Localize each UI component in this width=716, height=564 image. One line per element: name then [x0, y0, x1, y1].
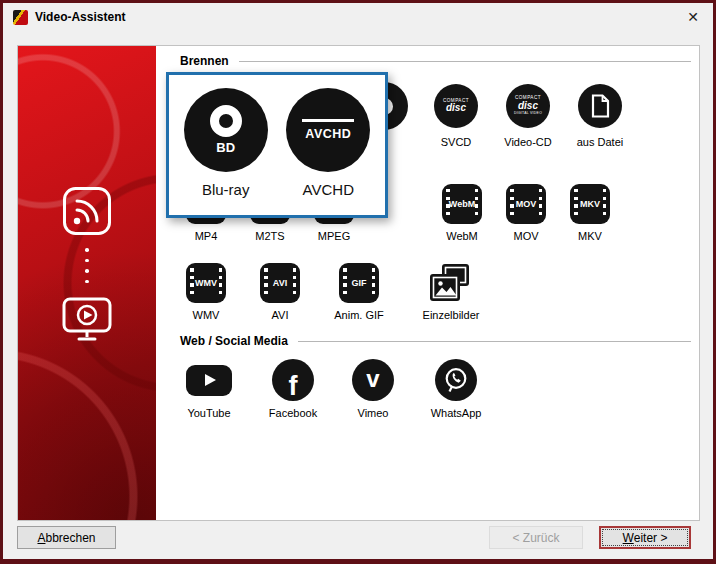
- dialog-footer: Abbrechen < Zurück Weiter >: [3, 521, 713, 559]
- avchd-disc-icon: AVCHD: [286, 88, 370, 172]
- social-label: Facebook: [269, 407, 317, 419]
- format-label: MKV: [578, 230, 602, 242]
- format-option-webm[interactable]: WebM WebM: [430, 184, 494, 242]
- dot: [85, 248, 89, 252]
- avchd-option[interactable]: AVCHD AVCHD: [282, 88, 374, 215]
- film-strip-icon: GIF: [339, 263, 379, 303]
- app-logo-icon: [13, 10, 28, 25]
- format-row-2: WMV WMV AVI AVI GIF Anim. GIF: [156, 263, 699, 321]
- avchd-label: AVCHD: [303, 181, 354, 198]
- next-button[interactable]: Weiter >: [599, 526, 691, 549]
- bluray-label: Blu-ray: [202, 181, 250, 198]
- dot: [85, 269, 89, 273]
- format-label: Einzelbilder: [423, 309, 480, 321]
- format-option-mkv[interactable]: MKV MKV: [558, 184, 622, 242]
- section-rule: [239, 61, 691, 62]
- video-assistant-dialog: Video-Assistent ✕: [0, 0, 716, 564]
- bluray-option[interactable]: BD Blu-ray: [180, 88, 272, 215]
- wizard-steps: [18, 186, 156, 345]
- format-option-einzelbilder[interactable]: Einzelbilder: [406, 263, 496, 321]
- dotted-connector: [85, 248, 89, 283]
- film-strip-icon: WebM: [442, 184, 482, 224]
- format-option-mov[interactable]: MOV MOV: [494, 184, 558, 242]
- film-strip-icon: MKV: [570, 184, 610, 224]
- monitor-play-icon: [61, 295, 113, 345]
- dialog-body: Brennen COMPACT disc: [17, 45, 700, 521]
- format-label: WMV: [193, 309, 220, 321]
- format-option-wmv[interactable]: WMV WMV: [174, 263, 238, 321]
- format-label: MP4: [195, 230, 218, 242]
- section-rule: [298, 341, 691, 342]
- burn-option-label: aus Datei: [577, 136, 623, 148]
- wizard-sidebar: [18, 46, 156, 520]
- social-option-vimeo[interactable]: v Vimeo: [342, 359, 404, 419]
- film-strip-icon: AVI: [260, 263, 300, 303]
- close-icon[interactable]: ✕: [683, 10, 703, 24]
- social-label: Vimeo: [358, 407, 389, 419]
- social-option-facebook[interactable]: f Facebook: [258, 359, 328, 419]
- titlebar: Video-Assistent ✕: [3, 3, 713, 31]
- file-icon: [578, 84, 622, 128]
- section-header-web: Web / Social Media: [180, 334, 691, 348]
- format-label: M2TS: [255, 230, 284, 242]
- burn-option-label: SVCD: [441, 136, 472, 148]
- compact-disc-icon: COMPACT disc DIGITAL VIDEO: [506, 84, 550, 128]
- dot: [85, 280, 89, 284]
- fan-arcs-icon: [62, 186, 112, 236]
- bd-badge: BD: [216, 140, 235, 155]
- youtube-icon: [186, 365, 232, 396]
- format-option-anim-gif[interactable]: GIF Anim. GIF: [322, 263, 396, 321]
- burn-option-label: Video-CD: [504, 136, 552, 148]
- burn-option-video-cd[interactable]: COMPACT disc DIGITAL VIDEO Video-CD: [492, 82, 564, 148]
- social-row: YouTube f Facebook v Vimeo: [156, 359, 699, 419]
- compact-disc-icon: COMPACT disc: [434, 84, 478, 128]
- format-label: MPEG: [318, 230, 350, 242]
- social-label: YouTube: [187, 407, 230, 419]
- section-header-burn: Brennen: [180, 54, 691, 68]
- back-button[interactable]: < Zurück: [489, 526, 583, 549]
- format-label: Anim. GIF: [334, 309, 384, 321]
- window-title: Video-Assistent: [35, 10, 125, 24]
- social-option-whatsapp[interactable]: WhatsApp: [418, 359, 494, 419]
- burn-option-svcd[interactable]: COMPACT disc SVCD: [420, 82, 492, 148]
- zoom-popup: BD Blu-ray AVCHD AVCHD: [166, 72, 388, 218]
- section-title: Brennen: [180, 54, 229, 68]
- film-strip-icon: MOV: [506, 184, 546, 224]
- bluray-disc-icon: BD: [184, 88, 268, 172]
- facebook-icon: f: [272, 359, 314, 401]
- avchd-badge: AVCHD: [305, 127, 351, 141]
- format-option-avi[interactable]: AVI AVI: [248, 263, 312, 321]
- cancel-button[interactable]: Abbrechen: [17, 526, 116, 549]
- format-label: MOV: [513, 230, 538, 242]
- film-strip-icon: WMV: [186, 263, 226, 303]
- section-title: Web / Social Media: [180, 334, 288, 348]
- format-label: AVI: [272, 309, 289, 321]
- whatsapp-icon: [435, 359, 477, 401]
- social-label: WhatsApp: [431, 407, 482, 419]
- photos-stack-icon: [429, 263, 473, 303]
- vimeo-icon: v: [352, 359, 394, 401]
- social-option-youtube[interactable]: YouTube: [174, 359, 244, 419]
- content-panel: Brennen COMPACT disc: [156, 46, 699, 520]
- burn-option-aus-datei[interactable]: aus Datei: [564, 82, 636, 148]
- format-label: WebM: [446, 230, 478, 242]
- dot: [85, 259, 89, 263]
